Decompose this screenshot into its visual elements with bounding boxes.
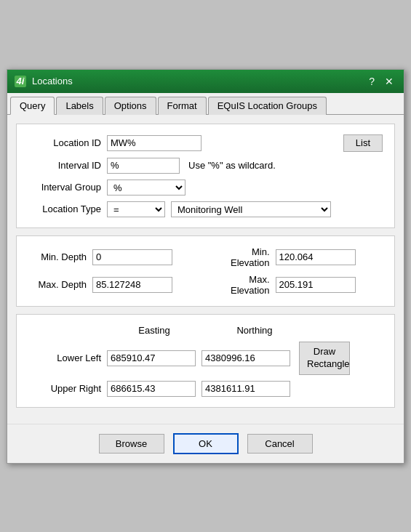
location-type-label: Location Type [28,203,101,214]
upper-right-easting-input[interactable] [107,381,196,397]
tab-options[interactable]: Options [105,97,156,115]
tab-content: Location ID List Interval ID Use "%" as … [7,115,404,424]
lower-left-row: Lower Left Draw Rectangle [28,342,383,375]
upper-right-northing-input[interactable] [201,381,290,397]
min-elevation-label: Min. Elevation [212,246,270,268]
location-id-input[interactable] [107,135,201,151]
upper-right-label: Upper Right [28,383,101,394]
app-icon: 4i [15,76,26,87]
interval-id-row: Interval ID Use "%" as wildcard. [28,158,383,174]
max-elevation-label: Max. Elevation [212,274,270,296]
list-button[interactable]: List [343,134,383,152]
depth-section: Min. Depth Min. Elevation Max. Depth Max… [16,235,395,307]
location-id-label: Location ID [28,137,101,148]
max-elevation-input[interactable] [276,277,356,293]
depth-grid: Min. Depth Min. Elevation Max. Depth Max… [28,246,383,296]
min-depth-label: Min. Depth [28,251,87,262]
location-type-value[interactable]: Monitoring Well [171,201,331,217]
min-elevation-row: Min. Elevation [212,246,383,268]
main-window: 4i Locations ? ✕ Query Labels Options Fo… [7,69,404,464]
location-id-row: Location ID List [28,134,383,152]
northing-header: Northing [207,325,302,336]
max-depth-input[interactable] [92,277,172,293]
title-bar: 4i Locations ? ✕ [7,70,404,93]
tab-equis[interactable]: EQuIS Location Groups [208,97,327,115]
draw-rectangle-button[interactable]: Draw Rectangle [299,342,350,375]
cancel-button[interactable]: Cancel [247,434,313,454]
easting-header: Easting [107,325,201,336]
tab-query[interactable]: Query [10,97,55,115]
title-bar-left: 4i Locations [15,76,73,87]
coordinates-section: Easting Northing Lower Left Draw Rectang… [16,314,395,408]
close-button[interactable]: ✕ [382,76,396,86]
lower-left-northing-input[interactable] [201,350,290,366]
min-depth-row: Min. Depth [28,249,200,265]
interval-group-row: Interval Group % [28,180,383,196]
lower-left-easting-input[interactable] [107,350,196,366]
coord-content: Easting Northing Lower Left Draw Rectang… [28,325,383,397]
location-type-row: Location Type = != Monitoring Well [28,201,383,217]
interval-group-select[interactable]: % [107,180,185,196]
interval-id-input[interactable] [107,158,180,174]
browse-button[interactable]: Browse [99,434,164,454]
max-depth-row: Max. Depth [28,277,200,293]
wildcard-hint: Use "%" as wildcard. [188,160,276,171]
upper-right-row: Upper Right [28,381,383,397]
footer: Browse OK Cancel [7,424,404,463]
min-elevation-input[interactable] [276,249,356,265]
coord-headers: Easting Northing [107,325,383,336]
ok-button[interactable]: OK [173,433,239,454]
min-depth-input[interactable] [92,249,172,265]
title-bar-right: ? ✕ [366,76,396,86]
max-elevation-row: Max. Elevation [212,274,383,296]
tab-bar: Query Labels Options Format EQuIS Locati… [7,93,404,115]
location-type-operator[interactable]: = != [107,201,165,217]
help-button[interactable]: ? [366,76,378,86]
lower-left-label: Lower Left [28,352,101,363]
query-section: Location ID List Interval ID Use "%" as … [16,124,395,228]
tab-format[interactable]: Format [158,97,207,115]
interval-group-label: Interval Group [28,182,101,193]
window-title: Locations [32,76,73,86]
tab-labels[interactable]: Labels [56,97,103,115]
interval-id-label: Interval ID [28,160,101,171]
max-depth-label: Max. Depth [28,279,87,290]
